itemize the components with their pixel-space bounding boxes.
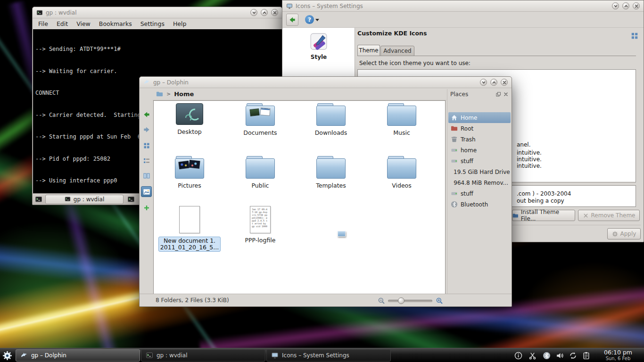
columns-view-button[interactable] bbox=[141, 170, 152, 181]
close-button[interactable] bbox=[633, 2, 640, 9]
folder-label: Downloads bbox=[296, 129, 366, 136]
minimize-button[interactable] bbox=[612, 2, 619, 9]
task-system-settings[interactable]: Icons – System Settings bbox=[266, 349, 391, 362]
maximize-button[interactable] bbox=[622, 2, 629, 9]
tab-advanced-label: Advanced bbox=[383, 48, 411, 54]
breadcrumb-home[interactable]: Home bbox=[174, 90, 194, 98]
maximize-button[interactable] bbox=[261, 9, 268, 16]
folder-label: Documents bbox=[225, 129, 296, 136]
folder-label: Music bbox=[366, 129, 437, 136]
dolphin-titlebar[interactable]: gp – Dolphin bbox=[140, 77, 512, 88]
dolphin-side-toolbar bbox=[140, 88, 153, 294]
menu-view[interactable]: View bbox=[76, 20, 91, 27]
terminal-task-icon bbox=[146, 352, 153, 359]
file-item-new-document[interactable]: New document 1. 2011_01_20_16_5... bbox=[154, 206, 225, 252]
clock-date: Sun, 6 Feb bbox=[595, 356, 641, 361]
new-document-file-icon bbox=[179, 206, 200, 233]
back-button[interactable] bbox=[286, 14, 298, 26]
tab-theme[interactable]: Theme bbox=[357, 45, 380, 56]
forward-button[interactable] bbox=[141, 124, 152, 135]
minimize-button[interactable] bbox=[480, 79, 487, 86]
close-button[interactable] bbox=[271, 9, 278, 16]
float-panel-icon[interactable] bbox=[495, 91, 501, 97]
file-item-ppp-logfile[interactable]: Jan 17 09:4 7:18 gp-Asp ire-5738 pp pd[1… bbox=[225, 206, 296, 244]
close-button[interactable] bbox=[501, 79, 508, 86]
menu-bookmarks[interactable]: Bookmarks bbox=[99, 20, 132, 27]
folder-item-public[interactable]: Public bbox=[225, 156, 296, 189]
notifications-tray-icon[interactable] bbox=[513, 351, 523, 360]
volume-tray-icon[interactable] bbox=[555, 351, 564, 360]
help-dropdown-caret-icon[interactable] bbox=[315, 19, 319, 21]
task-wvdial[interactable]: gp : wvdial bbox=[141, 349, 265, 362]
apply-button[interactable]: Apply bbox=[607, 228, 641, 239]
terminal-tab[interactable]: gp : wvdial bbox=[45, 195, 124, 204]
dolphin-statusbar: 8 Folders, 2 Files (3.3 KiB) bbox=[140, 294, 512, 306]
zoom-in-icon[interactable] bbox=[436, 297, 443, 304]
apply-label: Apply bbox=[620, 230, 636, 237]
breadcrumb-root-button[interactable] bbox=[156, 90, 163, 98]
place-stuff-2[interactable]: stuff bbox=[448, 188, 511, 199]
folder-item-documents[interactable]: Documents bbox=[225, 103, 296, 136]
file-label-line1: New document 1. bbox=[164, 237, 215, 244]
settings-instruction: Select the icon theme you want to use: bbox=[359, 60, 471, 66]
place-home[interactable]: Home bbox=[448, 112, 511, 123]
place-trash[interactable]: Trash bbox=[448, 134, 511, 145]
minimize-button[interactable] bbox=[250, 9, 257, 16]
klipper-actions-tray-icon[interactable] bbox=[528, 351, 537, 360]
new-tab-button[interactable] bbox=[34, 195, 43, 204]
overview-grid-icon[interactable] bbox=[630, 31, 639, 39]
settings-task-icon bbox=[271, 352, 279, 359]
desktop[interactable]: gp : wvdial File Edit View Bookmarks Set… bbox=[0, 0, 644, 362]
menu-edit[interactable]: Edit bbox=[57, 20, 68, 27]
terminal-titlebar[interactable]: gp : wvdial bbox=[33, 7, 282, 18]
preview-toggle-button[interactable] bbox=[141, 186, 152, 197]
place-label: Bluetooth bbox=[461, 201, 488, 208]
selected-file-label: New document 1. 2011_01_20_16_5... bbox=[158, 237, 221, 252]
menu-file[interactable]: File bbox=[38, 20, 48, 27]
folder-item-music[interactable]: Music bbox=[366, 103, 437, 136]
tab-advanced[interactable]: Advanced bbox=[380, 46, 414, 56]
folder-label: Public bbox=[225, 182, 296, 189]
bluetooth-tray-icon[interactable] bbox=[542, 351, 551, 360]
public-folder-icon bbox=[246, 156, 275, 179]
clock-time: 06:10 pm bbox=[595, 349, 641, 356]
music-folder-icon bbox=[387, 103, 416, 126]
maximize-button[interactable] bbox=[490, 79, 497, 86]
folder-item-videos[interactable]: Videos bbox=[366, 156, 437, 189]
close-panel-icon[interactable] bbox=[503, 91, 509, 97]
details-view-button[interactable] bbox=[141, 155, 152, 166]
back-button[interactable] bbox=[141, 109, 152, 120]
menu-settings[interactable]: Settings bbox=[140, 20, 165, 27]
clipboard-tray-icon[interactable] bbox=[581, 351, 591, 360]
place-root[interactable]: Root bbox=[448, 123, 511, 134]
tab-list-button[interactable] bbox=[126, 195, 136, 204]
place-bluetooth[interactable]: Bluetooth bbox=[448, 199, 511, 210]
icons-view-button[interactable] bbox=[141, 140, 152, 151]
zoom-slider[interactable] bbox=[388, 300, 432, 302]
remove-theme-button[interactable]: Remove Theme bbox=[578, 210, 640, 221]
settings-titlebar[interactable]: Icons – System Settings bbox=[282, 0, 644, 12]
place-hard-drive[interactable]: 19.5 GiB Hard Drive bbox=[448, 166, 511, 177]
folder-item-templates[interactable]: Templates bbox=[296, 156, 366, 189]
place-home-partition[interactable]: home bbox=[448, 145, 511, 156]
folder-item-downloads[interactable]: Downloads bbox=[296, 103, 366, 136]
drive-icon bbox=[451, 157, 458, 165]
install-theme-button[interactable]: Install Theme File... bbox=[512, 210, 575, 221]
kde-launcher-button[interactable] bbox=[1, 350, 13, 362]
menu-help[interactable]: Help bbox=[173, 20, 187, 27]
place-removable[interactable]: 964.8 MiB Remov... bbox=[448, 177, 511, 188]
folder-item-pictures[interactable]: Pictures bbox=[154, 156, 225, 189]
folder-item-desktop[interactable]: Desktop bbox=[154, 103, 225, 135]
clock[interactable]: 06:10 pm Sun, 6 Feb bbox=[595, 349, 641, 362]
folder-label: Desktop bbox=[154, 128, 225, 135]
help-icon[interactable]: ? bbox=[305, 15, 314, 24]
zoom-slider-handle[interactable] bbox=[398, 297, 405, 304]
sidebar-item-style[interactable]: Style bbox=[282, 33, 355, 60]
breadcrumb-bar: > Home bbox=[152, 88, 446, 100]
zoom-out-icon[interactable] bbox=[378, 297, 385, 304]
theme-list-text-fragment: anel. bbox=[517, 141, 531, 148]
task-dolphin[interactable]: gp – Dolphin bbox=[16, 349, 140, 362]
sync-tray-icon[interactable] bbox=[568, 351, 578, 360]
split-view-button[interactable] bbox=[141, 202, 152, 213]
place-stuff[interactable]: stuff bbox=[448, 156, 511, 166]
